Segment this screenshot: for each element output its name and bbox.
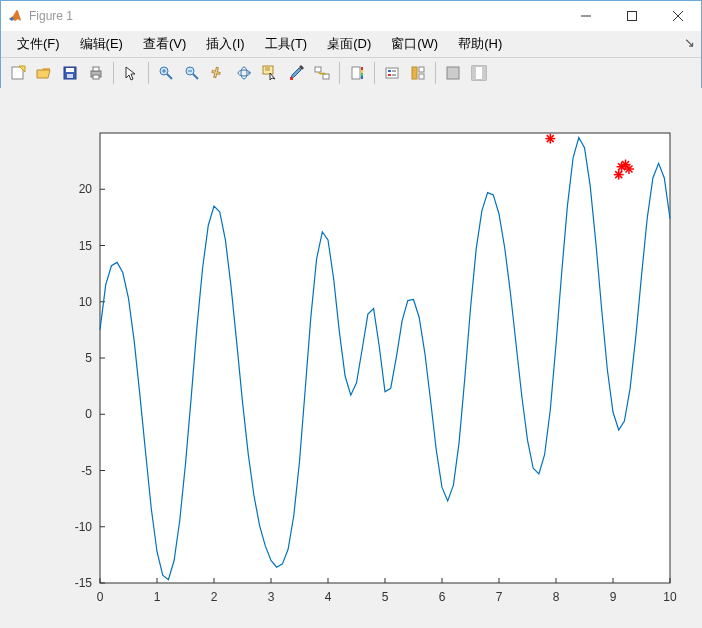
svg-rect-30 <box>361 67 363 70</box>
toolbar-separator <box>339 62 340 84</box>
show-plot-tools-icon[interactable] <box>467 61 491 85</box>
save-icon[interactable] <box>58 61 82 85</box>
marker-star <box>545 134 555 144</box>
svg-rect-27 <box>315 67 321 72</box>
x-tick-label: 8 <box>553 590 560 604</box>
x-tick-label: 7 <box>496 590 503 604</box>
svg-rect-42 <box>447 67 459 79</box>
figure-body: 012345678910-15-10-505101520 <box>0 88 702 628</box>
x-tick-label: 3 <box>268 590 275 604</box>
window-title: Figure 1 <box>29 9 73 23</box>
x-tick-label: 1 <box>154 590 161 604</box>
svg-rect-36 <box>388 74 391 76</box>
svg-rect-33 <box>361 76 363 79</box>
menu-tools[interactable]: 工具(T) <box>255 33 318 55</box>
svg-rect-11 <box>93 75 99 79</box>
x-tick-label: 10 <box>663 590 677 604</box>
svg-rect-44 <box>472 66 476 80</box>
y-tick-label: 20 <box>79 182 93 196</box>
x-tick-label: 5 <box>382 590 389 604</box>
figure-toolbar <box>1 57 701 89</box>
data-cursor-icon[interactable] <box>258 61 282 85</box>
axes[interactable]: 012345678910-15-10-505101520 <box>0 88 700 626</box>
svg-rect-39 <box>412 67 417 79</box>
menu-help[interactable]: 帮助(H) <box>448 33 512 55</box>
x-tick-label: 0 <box>97 590 104 604</box>
pan-icon[interactable] <box>206 61 230 85</box>
print-icon[interactable] <box>84 61 108 85</box>
svg-line-13 <box>167 74 172 79</box>
menu-window[interactable]: 窗口(W) <box>381 33 448 55</box>
svg-rect-41 <box>419 74 424 79</box>
new-figure-icon[interactable] <box>6 61 30 85</box>
toolbar-separator <box>148 62 149 84</box>
svg-rect-28 <box>323 74 329 79</box>
x-tick-label: 4 <box>325 590 332 604</box>
minimize-button[interactable] <box>563 1 609 31</box>
svg-rect-7 <box>66 68 74 72</box>
colorbar-icon[interactable] <box>345 61 369 85</box>
pointer-icon[interactable] <box>119 61 143 85</box>
svg-rect-25 <box>290 77 293 80</box>
maximize-button[interactable] <box>609 1 655 31</box>
hide-plot-tools-icon[interactable] <box>441 61 465 85</box>
y-tick-label: -10 <box>75 520 93 534</box>
toolbar-separator <box>374 62 375 84</box>
y-tick-label: 15 <box>79 239 93 253</box>
x-tick-label: 9 <box>610 590 617 604</box>
y-tick-label: -15 <box>75 576 93 590</box>
rotate-3d-icon[interactable] <box>232 61 256 85</box>
svg-point-20 <box>241 67 247 79</box>
y-tick-label: 0 <box>85 407 92 421</box>
svg-point-19 <box>238 70 250 76</box>
brush-icon[interactable] <box>284 61 308 85</box>
close-button[interactable] <box>655 1 701 31</box>
menu-file[interactable]: 文件(F) <box>7 33 70 55</box>
matlab-app-icon <box>7 8 23 24</box>
menu-desktop[interactable]: 桌面(D) <box>317 33 381 55</box>
svg-rect-40 <box>419 67 424 72</box>
toolbar-separator <box>113 62 114 84</box>
svg-rect-29 <box>352 67 360 79</box>
zoom-in-icon[interactable] <box>154 61 178 85</box>
svg-rect-10 <box>93 67 99 71</box>
menubar: 文件(F) 编辑(E) 查看(V) 插入(I) 工具(T) 桌面(D) 窗口(W… <box>1 31 701 57</box>
x-tick-label: 2 <box>211 590 218 604</box>
svg-rect-32 <box>361 73 363 76</box>
dock-arrow-icon[interactable]: ↘ <box>684 35 695 50</box>
layout-icon[interactable] <box>406 61 430 85</box>
legend-icon[interactable] <box>380 61 404 85</box>
link-icon[interactable] <box>310 61 334 85</box>
svg-rect-1 <box>628 12 637 21</box>
svg-rect-34 <box>386 68 398 78</box>
svg-rect-35 <box>388 70 391 72</box>
toolbar-separator <box>435 62 436 84</box>
x-tick-label: 6 <box>439 590 446 604</box>
svg-line-17 <box>193 74 198 79</box>
svg-rect-31 <box>361 70 363 73</box>
svg-rect-8 <box>67 74 73 78</box>
y-tick-label: -5 <box>81 464 92 478</box>
menu-view[interactable]: 查看(V) <box>133 33 196 55</box>
open-icon[interactable] <box>32 61 56 85</box>
y-tick-label: 5 <box>85 351 92 365</box>
zoom-out-icon[interactable] <box>180 61 204 85</box>
menu-insert[interactable]: 插入(I) <box>196 33 254 55</box>
menu-edit[interactable]: 编辑(E) <box>70 33 133 55</box>
axes-box <box>100 133 670 583</box>
svg-rect-45 <box>482 66 486 80</box>
marker-star <box>624 164 634 174</box>
y-tick-label: 10 <box>79 295 93 309</box>
titlebar: Figure 1 <box>1 1 701 31</box>
